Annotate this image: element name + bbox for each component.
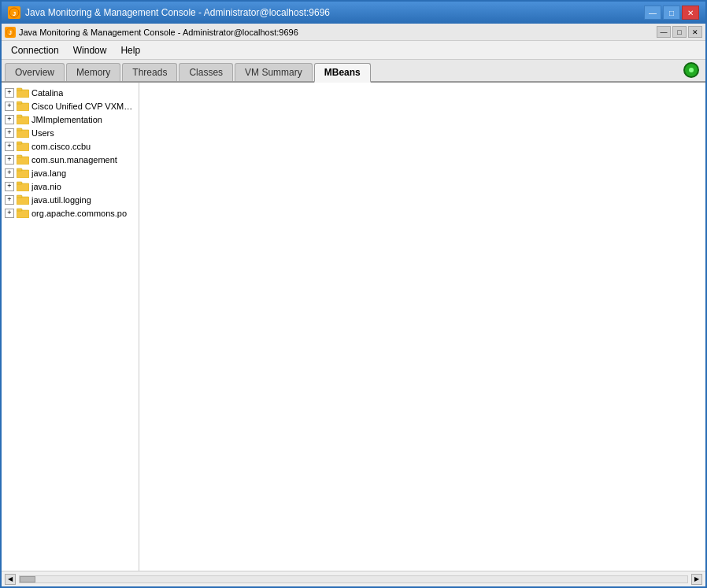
tree-item-label: com.cisco.ccbu <box>31 142 91 151</box>
expand-button[interactable]: + <box>5 115 14 124</box>
svg-rect-10 <box>17 130 29 138</box>
maximize-button[interactable]: □ <box>663 6 680 20</box>
folder-icon <box>17 208 29 218</box>
scroll-thumb[interactable] <box>20 576 35 582</box>
tree-item[interactable]: + java.util.logging <box>2 193 139 206</box>
folder-icon <box>17 194 29 205</box>
svg-rect-21 <box>17 195 22 198</box>
svg-text:J: J <box>13 10 16 17</box>
tree-item[interactable]: + java.nio <box>2 179 139 193</box>
scroll-right-button[interactable]: ▶ <box>691 574 702 585</box>
close-button[interactable]: ✕ <box>682 6 699 20</box>
svg-rect-13 <box>17 142 22 144</box>
expand-button[interactable]: + <box>5 128 14 138</box>
svg-text:J: J <box>9 30 12 35</box>
svg-rect-17 <box>17 168 22 171</box>
scroll-left-button[interactable]: ◀ <box>5 574 16 585</box>
expand-button[interactable]: + <box>5 182 14 191</box>
right-panel <box>139 83 705 571</box>
svg-rect-9 <box>17 115 22 117</box>
tree-item[interactable]: + Users <box>2 126 139 139</box>
tabs-bar: Overview Memory Threads Classes VM Summa… <box>2 60 705 83</box>
tree-item[interactable]: + org.apache.commons.po <box>2 206 139 220</box>
main-content: + Catalina+ Cisco Unified CVP VXML S+ JM… <box>2 83 705 571</box>
tab-classes[interactable]: Classes <box>179 63 233 81</box>
minimize-button[interactable]: — <box>644 6 661 20</box>
tree-item[interactable]: + java.lang <box>2 166 139 179</box>
tab-memory[interactable]: Memory <box>66 63 120 81</box>
window-controls: — □ ✕ <box>644 6 699 20</box>
connection-status <box>683 62 699 78</box>
svg-rect-14 <box>17 157 29 165</box>
folder-icon <box>17 128 29 138</box>
tree-item[interactable]: + com.cisco.ccbu <box>2 139 139 153</box>
inner-title-bar: J Java Monitoring & Management Console -… <box>2 24 705 41</box>
svg-rect-4 <box>17 90 29 98</box>
tab-overview[interactable]: Overview <box>5 63 65 81</box>
svg-rect-18 <box>17 183 29 191</box>
title-bar-left: J Java Monitoring & Management Console -… <box>8 6 330 19</box>
connected-indicator <box>683 62 699 78</box>
svg-rect-8 <box>17 116 29 124</box>
svg-rect-12 <box>17 143 29 151</box>
tree-item-label: org.apache.commons.po <box>31 209 127 218</box>
tree-item-label: java.nio <box>31 182 61 191</box>
inner-close-button[interactable]: ✕ <box>688 26 702 38</box>
tab-vm-summary[interactable]: VM Summary <box>235 63 313 81</box>
bottom-bar: ◀ ▶ <box>2 571 705 586</box>
app-icon: J <box>8 6 20 19</box>
window-title: Java Monitoring & Management Console - A… <box>25 7 330 18</box>
tree-item[interactable]: + com.sun.management <box>2 153 139 166</box>
svg-rect-16 <box>17 170 29 178</box>
horizontal-scrollbar: ◀ ▶ <box>5 574 702 585</box>
svg-rect-20 <box>17 197 29 205</box>
expand-button[interactable]: + <box>5 195 14 205</box>
folder-icon <box>17 181 29 191</box>
tree-item-label: JMImplementation <box>31 115 102 124</box>
title-bar: J Java Monitoring & Management Console -… <box>2 2 705 24</box>
svg-rect-5 <box>17 88 22 91</box>
folder-icon <box>17 114 29 124</box>
expand-button[interactable]: + <box>5 88 14 98</box>
menu-help[interactable]: Help <box>114 43 146 57</box>
inner-minimize-button[interactable]: — <box>657 26 671 38</box>
tree-item-label: Catalina <box>31 88 63 98</box>
tree-item[interactable]: + Cisco Unified CVP VXML S <box>2 99 139 113</box>
menu-connection[interactable]: Connection <box>5 43 65 57</box>
menu-window[interactable]: Window <box>67 43 113 57</box>
expand-button[interactable]: + <box>5 155 14 165</box>
tree-item[interactable]: + Catalina <box>2 86 139 99</box>
tree-item[interactable]: + JMImplementation <box>2 113 139 126</box>
folder-icon <box>17 87 29 98</box>
expand-button[interactable]: + <box>5 142 14 151</box>
inner-title: Java Monitoring & Management Console - A… <box>19 28 298 37</box>
svg-rect-6 <box>17 103 29 111</box>
tree-item-label: java.lang <box>31 168 66 178</box>
main-window: J Java Monitoring & Management Console -… <box>0 0 707 588</box>
tree-item-label: com.sun.management <box>31 155 117 165</box>
tree-panel[interactable]: + Catalina+ Cisco Unified CVP VXML S+ JM… <box>2 83 139 571</box>
tree-item-label: Users <box>31 128 54 138</box>
expand-button[interactable]: + <box>5 209 14 218</box>
expand-button[interactable]: + <box>5 168 14 178</box>
svg-rect-11 <box>17 128 22 131</box>
svg-rect-15 <box>17 155 22 157</box>
tree-item-label: Cisco Unified CVP VXML S <box>31 102 135 111</box>
folder-icon <box>17 101 29 111</box>
tab-mbeans[interactable]: MBeans <box>314 63 371 83</box>
folder-icon <box>17 141 29 151</box>
tree-item-label: java.util.logging <box>31 195 91 205</box>
svg-rect-7 <box>17 102 22 104</box>
menu-bar: Connection Window Help <box>2 41 705 60</box>
inner-maximize-button[interactable]: □ <box>672 26 687 38</box>
tab-threads[interactable]: Threads <box>122 63 177 81</box>
folder-icon <box>17 154 29 165</box>
scroll-track[interactable] <box>19 575 688 583</box>
folder-icon <box>17 168 29 178</box>
svg-rect-19 <box>17 182 22 184</box>
svg-rect-22 <box>17 210 29 218</box>
expand-button[interactable]: + <box>5 102 14 111</box>
svg-rect-23 <box>17 209 22 211</box>
